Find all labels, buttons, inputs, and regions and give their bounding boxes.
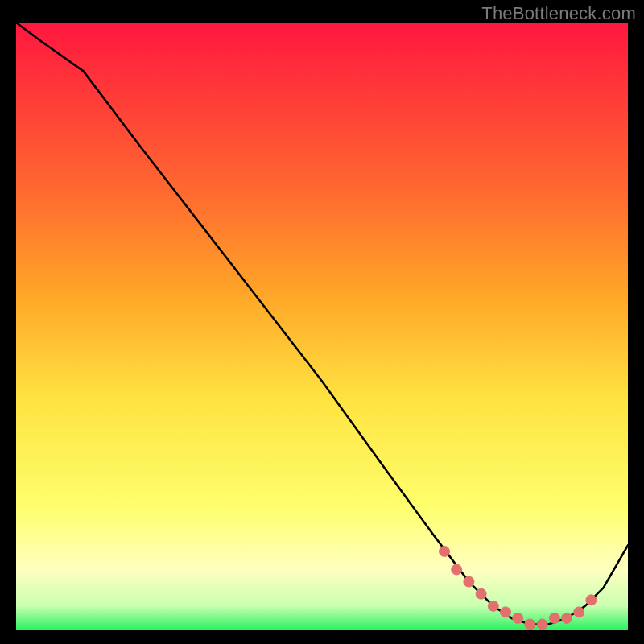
marker-point [574, 607, 584, 617]
plot-background [16, 23, 628, 630]
marker-point [525, 619, 535, 630]
marker-point [513, 613, 523, 623]
marker-point [452, 564, 462, 575]
chart-stage: TheBottleneck.com [0, 0, 644, 644]
marker-point [464, 576, 474, 587]
marker-point [586, 595, 597, 605]
watermark-text: TheBottleneck.com [481, 3, 636, 24]
marker-point [537, 619, 547, 630]
chart-svg [0, 0, 644, 644]
marker-point [440, 546, 450, 556]
marker-point [549, 613, 559, 623]
marker-point [476, 588, 486, 599]
marker-point [488, 601, 498, 611]
marker-point [562, 613, 572, 623]
marker-point [501, 607, 511, 617]
